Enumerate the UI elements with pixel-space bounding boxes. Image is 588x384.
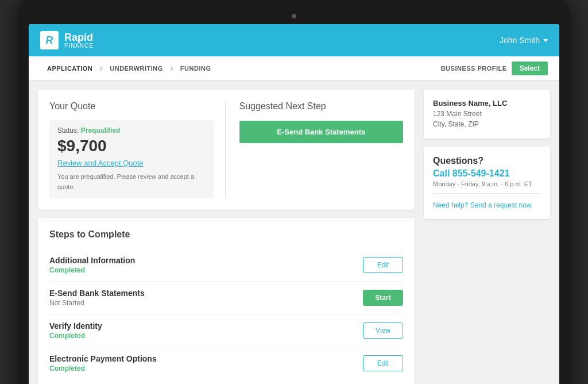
questions-card: Questions? Call 855-549-1421 Monday - Fr… (424, 147, 550, 219)
main-content: Your Quote Status: Prequalified $9,700 R… (29, 80, 559, 384)
logo-icon: R (40, 31, 59, 49)
select-button[interactable]: Select (512, 62, 548, 75)
right-panel: Business Name, LLC 123 Main Street City,… (424, 90, 550, 384)
chevron-down-icon (543, 39, 548, 42)
step-edit-electronic-payment[interactable]: Edit (363, 355, 403, 371)
step-status-esend: Not Started (49, 299, 363, 307)
logo-text-area: Rapid FINANCE (64, 32, 94, 49)
step-item-verify-identity: Verify Identity Completed View (49, 314, 403, 347)
step-name-additional-info: Additional Information (49, 256, 363, 265)
your-quote-title: Your Quote (49, 101, 214, 112)
questions-phone: Call 855-549-1421 (433, 168, 541, 179)
status-label: Status: (57, 126, 79, 135)
prequalified-text: You are prequalified. Please review and … (57, 173, 194, 190)
step-item-electronic-payment: Electronic Payment Options Completed Edi… (49, 347, 403, 379)
notch-dot (292, 14, 296, 18)
quote-card: Your Quote Status: Prequalified $9,700 R… (38, 90, 415, 210)
step-item-esend: E-Send Bank Statements Not Started Start (49, 282, 403, 314)
step-name-verify-identity: Verify Identity (49, 321, 363, 331)
step-status-electronic-payment: Completed (49, 364, 363, 373)
business-address-line2: City, State, ZIP (433, 120, 479, 128)
progress-bar: APPLICATION › UNDERWRITING › FUNDING BUS… (29, 56, 559, 80)
step-name-electronic-payment: Electronic Payment Options (49, 354, 363, 363)
step-item-additional-info: Additional Information Completed Edit (49, 249, 403, 282)
business-info-card: Business Name, LLC 123 Main Street City,… (424, 90, 550, 139)
left-panel: Your Quote Status: Prequalified $9,700 R… (38, 90, 415, 384)
device-frame: R Rapid FINANCE John Smith APPLICATION ›… (18, 0, 570, 384)
business-name: Business Name, LLC (433, 99, 541, 107)
step-info-additional-info: Additional Information Completed (49, 256, 363, 274)
device-notch (29, 10, 559, 21)
step-view-verify-identity[interactable]: View (363, 322, 403, 339)
questions-hours: Monday - Friday, 9 a.m. - 6 p.m. ET (433, 181, 541, 187)
steps-title: Steps to Complete (49, 229, 403, 240)
step-info-electronic-payment: Electronic Payment Options Completed (49, 354, 363, 373)
review-accept-link[interactable]: Review and Accept Quote (57, 159, 206, 167)
step-info-esend: E-Send Bank Statements Not Started (49, 289, 363, 307)
header: R Rapid FINANCE John Smith (29, 24, 559, 56)
step-application[interactable]: APPLICATION (40, 65, 99, 72)
suggested-next-step-title: Suggested Next Step (239, 101, 404, 112)
screen: R Rapid FINANCE John Smith APPLICATION ›… (29, 24, 559, 384)
user-menu[interactable]: John Smith (500, 36, 548, 45)
steps-card: Steps to Complete Additional Information… (38, 218, 415, 384)
user-name: John Smith (500, 36, 540, 45)
logo-sub: FINANCE (64, 43, 94, 49)
business-address: 123 Main Street City, State, ZIP (433, 109, 541, 129)
step-status-additional-info: Completed (49, 266, 363, 274)
status-line: Status: Prequalified (57, 126, 206, 135)
business-profile-label: BUSINESS PROFILE (441, 65, 507, 72)
status-value: Prequalified (81, 126, 121, 135)
divider (433, 193, 541, 194)
step-underwriting[interactable]: UNDERWRITING (103, 65, 170, 72)
step-name-esend: E-Send Bank Statements (49, 289, 363, 298)
step-edit-additional-info[interactable]: Edit (363, 257, 403, 273)
step-funding[interactable]: FUNDING (173, 65, 218, 72)
esend-bank-statements-button[interactable]: E-Send Bank Statements (239, 121, 404, 143)
questions-title: Questions? (433, 156, 541, 166)
quote-left: Your Quote Status: Prequalified $9,700 R… (49, 101, 226, 198)
logo-brand: Rapid (64, 32, 94, 43)
step-info-verify-identity: Verify Identity Completed (49, 321, 363, 340)
progress-steps: APPLICATION › UNDERWRITING › FUNDING (40, 62, 441, 74)
step-status-verify-identity: Completed (49, 332, 363, 340)
business-address-line1: 123 Main Street (433, 110, 482, 118)
step-start-esend[interactable]: Start (363, 290, 403, 306)
quote-amount: $9,700 (57, 137, 206, 155)
business-profile-header: BUSINESS PROFILE Select (441, 62, 548, 75)
quote-right: Suggested Next Step E-Send Bank Statemen… (226, 101, 404, 198)
logo-area: R Rapid FINANCE (40, 31, 94, 49)
help-link[interactable]: Need help? Send a request now. (433, 201, 533, 209)
quote-status-box: Status: Prequalified $9,700 Review and A… (49, 120, 214, 198)
